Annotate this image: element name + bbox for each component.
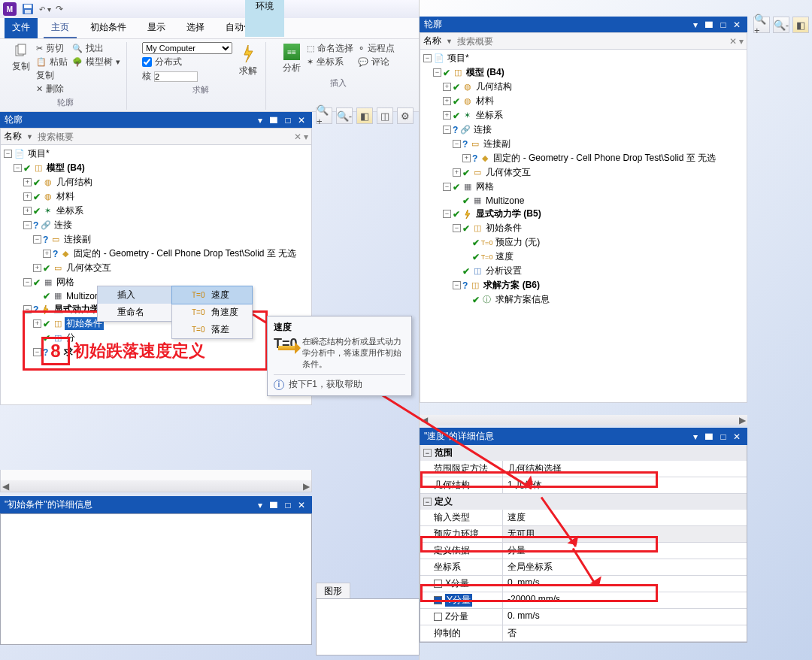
outline-window-buttons[interactable]: ▾ ⯀ □ ✕	[258, 115, 308, 126]
tab-file[interactable]: 文件	[5, 18, 38, 38]
tree-solution-r[interactable]: −?◫求解方案 (B6)	[422, 278, 747, 292]
tree-materials-r[interactable]: +✔◍材料	[422, 94, 747, 108]
tree-scrollbar-r[interactable]: ◀▶	[420, 415, 747, 425]
tab-selection[interactable]: 选择	[179, 18, 212, 38]
details-right-winbtns[interactable]: ▾ ⯀ □ ✕	[693, 431, 743, 442]
prop-input-type[interactable]: 输入类型速度	[420, 510, 747, 526]
outline-panel-header: 轮廓 ▾ ⯀ □ ✕	[0, 112, 312, 128]
model-tree-button[interactable]: 🌳 模型树 ▾	[72, 56, 120, 68]
tree-multizone-r[interactable]: ✔▦Multizone	[422, 194, 747, 207]
details-left-winbtns[interactable]: ▾ ⯀ □ ✕	[258, 500, 308, 510]
group-outline-label: 轮廓	[57, 97, 74, 108]
tree-fixed[interactable]: +?◆固定的 - Geometry - Cell Phone Drop Test…	[2, 247, 311, 261]
paste-button[interactable]: 📋 粘贴	[36, 56, 68, 68]
tree-body-interactions[interactable]: +✔▭几何体交互	[2, 261, 311, 275]
save-icon[interactable]	[21, 2, 35, 16]
tree-materials[interactable]: +✔◍材料	[2, 189, 311, 204]
copy-label: 复制	[12, 60, 30, 73]
comment-button[interactable]: 💬 评论	[358, 56, 395, 68]
search-outline-input-r[interactable]	[457, 36, 725, 47]
zoom-in-icon[interactable]: 🔍+	[316, 107, 332, 124]
graphics-tab[interactable]: 图形	[316, 583, 350, 600]
coord-sys-button[interactable]: ✶ 坐标系	[307, 56, 353, 68]
prop-cat-scope[interactable]: −范围	[420, 445, 747, 461]
submenu-angular[interactable]: T=0角速度	[172, 304, 252, 321]
find-button[interactable]: 🔍 找出	[72, 42, 120, 55]
tree-velocity-r[interactable]: ✔T=0速度	[422, 250, 747, 264]
outline-title-r: 轮廓	[424, 18, 442, 31]
tree-analysis-settings-r[interactable]: ✔◫分析设置	[422, 264, 747, 278]
tab-initial-conditions[interactable]: 初始条件	[83, 18, 134, 38]
tab-context-environment[interactable]: 环境	[245, 0, 284, 37]
tree-contact-region[interactable]: −?▭连接副	[2, 232, 311, 247]
redo-icon[interactable]: ↷	[56, 4, 63, 14]
svg-marker-6	[44, 305, 48, 314]
tree-geometry[interactable]: +✔◍几何结构	[2, 175, 311, 189]
zoom-out-icon[interactable]: 🔍-	[336, 107, 353, 124]
prop-x[interactable]: X分量0. mm/s	[420, 576, 747, 592]
solve-button[interactable]: 求解	[237, 42, 259, 79]
tree-prestress-r[interactable]: ✔T=0预应力 (无)	[422, 235, 747, 250]
tree-model-r[interactable]: −✔◫模型 (B4)	[422, 65, 747, 80]
search-outline-input[interactable]	[38, 132, 289, 142]
view-extra-icon[interactable]: ⚙	[397, 107, 414, 124]
compute-target-dropdown[interactable]: My Computer	[142, 42, 232, 54]
tree-explicit-r[interactable]: −✔显式动力学 (B5)	[422, 207, 747, 221]
zoom-out-r-icon[interactable]: 🔍-	[773, 17, 789, 33]
search-clear-r-icon[interactable]: ✕ ▾	[729, 36, 744, 47]
outline-tree[interactable]: −📄项目* −✔◫模型 (B4) +✔◍几何结构 +✔◍材料 +✔✶坐标系 −?…	[0, 145, 312, 405]
submenu-drop[interactable]: T=0落差	[172, 321, 252, 338]
tree-scrollbar[interactable]: ◀▶	[0, 470, 312, 492]
tree-project-r[interactable]: −📄项目*	[422, 51, 747, 65]
tree-initial-r[interactable]: −✔◫初始条件	[422, 221, 747, 235]
prop-scoping-method[interactable]: 范围限定方法几何结构选择	[420, 461, 747, 477]
prop-prestress[interactable]: 预应力环境无可用	[420, 526, 747, 543]
cores-input-row: 核	[142, 70, 232, 83]
copy-big-button[interactable]: 复制	[11, 42, 32, 74]
outline-tree-r[interactable]: −📄项目* −✔◫模型 (B4) +✔◍几何结构 +✔◍材料 +✔✶坐标系 −?…	[420, 50, 747, 403]
prop-cat-definition[interactable]: −定义	[420, 494, 747, 510]
tree-fixed-r[interactable]: +?◆固定的 - Geometry - Cell Phone Drop Test…	[422, 151, 747, 165]
tree-connections[interactable]: −?🔗连接	[2, 218, 311, 232]
view-wireframe-icon[interactable]: ◫	[377, 107, 393, 124]
zoom-in-r-icon[interactable]: 🔍+	[753, 17, 770, 33]
svg-marker-5	[244, 45, 253, 62]
name-column-label: 名称	[4, 130, 22, 143]
cut-button[interactable]: ✂ 剪切	[36, 42, 68, 55]
name-dropdown-r-icon[interactable]: ▼	[446, 38, 453, 45]
tab-display[interactable]: 显示	[140, 18, 173, 38]
copy-small-button[interactable]: 复制	[36, 69, 68, 82]
details-left-header: "初始条件"的详细信息 ▾ ⯀ □ ✕	[0, 496, 312, 513]
search-clear-icon[interactable]: ✕ ▾	[294, 132, 308, 142]
remote-point-button[interactable]: ⚬ 远程点	[358, 42, 395, 55]
solve-label: 求解	[239, 65, 257, 77]
outline-winbtns-r[interactable]: ▾ ⯀ □ ✕	[693, 20, 743, 30]
tree-project[interactable]: −📄项目*	[2, 147, 311, 161]
prop-y[interactable]: Y分量-20000 mm/s	[420, 592, 747, 609]
analysis-button[interactable]: ≡≡ 分析	[281, 42, 302, 76]
submenu-velocity[interactable]: T=0速度	[171, 286, 253, 304]
tree-geometry-r[interactable]: +✔◍几何结构	[422, 80, 747, 94]
prop-geometry[interactable]: 几何结构1 几何体	[420, 477, 747, 494]
tree-coordsys[interactable]: +✔✶坐标系	[2, 204, 311, 218]
name-dropdown-icon[interactable]: ▼	[26, 133, 33, 141]
named-selection-button[interactable]: ⬚ 命名选择	[307, 42, 353, 55]
cores-input[interactable]	[154, 71, 198, 82]
delete-button[interactable]: ✕ 删除	[36, 83, 68, 95]
undo-dropdown-icon[interactable]: ↶ ▾	[39, 5, 51, 14]
prop-z[interactable]: Z分量0. mm/s	[420, 609, 747, 625]
tree-connections-r[interactable]: −?🔗连接	[422, 123, 747, 137]
tree-contact-region-r[interactable]: −?▭连接副	[422, 137, 747, 151]
tree-body-interactions-r[interactable]: +✔▭几何体交互	[422, 165, 747, 180]
prop-suppressed[interactable]: 抑制的否	[420, 625, 747, 642]
tree-solution-info-r[interactable]: ✔ⓘ求解方案信息	[422, 292, 747, 307]
tree-model[interactable]: −✔◫模型 (B4)	[2, 161, 311, 175]
tab-home[interactable]: 主页	[44, 18, 77, 38]
tree-coordsys-r[interactable]: +✔✶坐标系	[422, 108, 747, 123]
tree-mesh-r[interactable]: −✔▦网格	[422, 180, 747, 194]
view-cube-icon[interactable]: ◧	[356, 107, 373, 124]
context-submenu[interactable]: T=0速度 T=0角速度 T=0落差	[171, 286, 253, 339]
view-cube-r-icon[interactable]: ◧	[792, 17, 809, 33]
distributed-checkbox[interactable]: 分布式	[142, 56, 232, 68]
outline-panel-header-r: 轮廓 ▾ ⯀ □ ✕	[420, 17, 747, 32]
